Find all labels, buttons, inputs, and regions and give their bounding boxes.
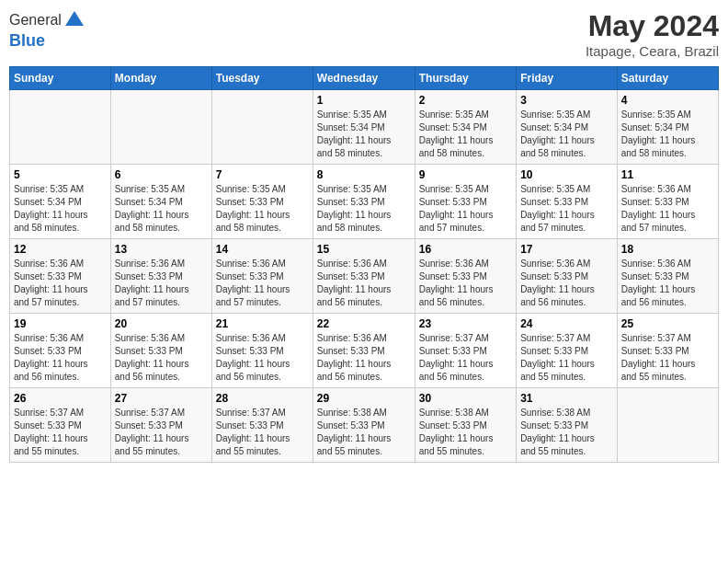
day-info: Sunrise: 5:35 AM Sunset: 5:34 PM Dayligh… [115,183,208,235]
month-title: May 2024 [586,9,719,43]
day-number: 7 [216,168,309,181]
day-info: Sunrise: 5:35 AM Sunset: 5:34 PM Dayligh… [621,109,714,160]
weekday-header: Sunday [10,67,111,90]
day-number: 14 [216,243,309,256]
weekday-header: Thursday [415,67,516,90]
day-info: Sunrise: 5:36 AM Sunset: 5:33 PM Dayligh… [520,258,613,309]
day-info: Sunrise: 5:35 AM Sunset: 5:33 PM Dayligh… [520,183,613,235]
calendar-cell: 18Sunrise: 5:36 AM Sunset: 5:33 PM Dayli… [617,239,718,314]
day-number: 4 [621,94,714,107]
day-number: 5 [14,168,107,181]
day-info: Sunrise: 5:36 AM Sunset: 5:33 PM Dayligh… [317,332,411,384]
calendar-cell: 16Sunrise: 5:36 AM Sunset: 5:33 PM Dayli… [415,239,516,314]
day-info: Sunrise: 5:37 AM Sunset: 5:33 PM Dayligh… [520,332,613,384]
weekday-header: Tuesday [211,67,313,90]
day-number: 19 [14,317,107,330]
day-info: Sunrise: 5:38 AM Sunset: 5:33 PM Dayligh… [520,407,613,458]
page-header: General Blue May 2024 Itapage, Ceara, Br… [9,9,719,59]
calendar-cell: 12Sunrise: 5:36 AM Sunset: 5:33 PM Dayli… [10,239,111,314]
calendar-cell: 13Sunrise: 5:36 AM Sunset: 5:33 PM Dayli… [110,239,211,314]
calendar-cell: 9Sunrise: 5:35 AM Sunset: 5:33 PM Daylig… [415,165,516,239]
day-number: 15 [317,243,411,256]
weekday-header: Monday [110,67,211,90]
calendar-cell: 23Sunrise: 5:37 AM Sunset: 5:33 PM Dayli… [415,314,516,388]
day-info: Sunrise: 5:36 AM Sunset: 5:33 PM Dayligh… [621,183,714,235]
calendar-cell: 2Sunrise: 5:35 AM Sunset: 5:34 PM Daylig… [415,90,516,165]
calendar-cell: 20Sunrise: 5:36 AM Sunset: 5:33 PM Dayli… [110,314,211,388]
day-info: Sunrise: 5:36 AM Sunset: 5:33 PM Dayligh… [14,258,107,309]
day-number: 2 [419,94,512,107]
calendar-cell: 14Sunrise: 5:36 AM Sunset: 5:33 PM Dayli… [211,239,313,314]
weekday-header: Saturday [617,67,718,90]
day-number: 12 [14,243,107,256]
day-number: 11 [621,168,714,181]
day-number: 28 [216,392,309,405]
day-info: Sunrise: 5:36 AM Sunset: 5:33 PM Dayligh… [216,332,309,384]
day-info: Sunrise: 5:35 AM Sunset: 5:33 PM Dayligh… [317,183,411,235]
day-info: Sunrise: 5:37 AM Sunset: 5:33 PM Dayligh… [14,407,107,458]
day-number: 31 [520,392,613,405]
calendar-cell: 4Sunrise: 5:35 AM Sunset: 5:34 PM Daylig… [617,90,718,165]
day-number: 22 [317,317,411,330]
day-number: 9 [419,168,512,181]
day-number: 10 [520,168,613,181]
day-number: 24 [520,317,613,330]
calendar-cell: 1Sunrise: 5:35 AM Sunset: 5:34 PM Daylig… [313,90,415,165]
day-info: Sunrise: 5:37 AM Sunset: 5:33 PM Dayligh… [115,407,208,458]
calendar-cell: 29Sunrise: 5:38 AM Sunset: 5:33 PM Dayli… [313,388,415,463]
calendar-cell: 22Sunrise: 5:36 AM Sunset: 5:33 PM Dayli… [313,314,415,388]
day-number: 6 [115,168,208,181]
day-info: Sunrise: 5:36 AM Sunset: 5:33 PM Dayligh… [115,258,208,309]
calendar-cell: 17Sunrise: 5:36 AM Sunset: 5:33 PM Dayli… [517,239,618,314]
calendar-cell: 19Sunrise: 5:36 AM Sunset: 5:33 PM Dayli… [10,314,111,388]
location: Itapage, Ceara, Brazil [586,43,719,59]
logo-general: General [9,12,62,29]
day-info: Sunrise: 5:35 AM Sunset: 5:34 PM Dayligh… [520,109,613,160]
day-info: Sunrise: 5:37 AM Sunset: 5:33 PM Dayligh… [216,407,309,458]
day-info: Sunrise: 5:35 AM Sunset: 5:34 PM Dayligh… [14,183,107,235]
logo-blue: Blue [9,31,85,51]
calendar-cell [10,90,111,165]
day-number: 26 [14,392,107,405]
day-number: 23 [419,317,512,330]
calendar-cell: 8Sunrise: 5:35 AM Sunset: 5:33 PM Daylig… [313,165,415,239]
calendar-cell: 3Sunrise: 5:35 AM Sunset: 5:34 PM Daylig… [517,90,618,165]
day-number: 1 [317,94,411,107]
day-info: Sunrise: 5:35 AM Sunset: 5:34 PM Dayligh… [317,109,411,160]
day-info: Sunrise: 5:37 AM Sunset: 5:33 PM Dayligh… [621,332,714,384]
day-number: 16 [419,243,512,256]
logo: General Blue [9,9,85,51]
day-info: Sunrise: 5:37 AM Sunset: 5:33 PM Dayligh… [419,332,512,384]
logo-icon [63,9,85,31]
day-info: Sunrise: 5:38 AM Sunset: 5:33 PM Dayligh… [419,407,512,458]
day-number: 21 [216,317,309,330]
calendar-cell: 27Sunrise: 5:37 AM Sunset: 5:33 PM Dayli… [110,388,211,463]
day-number: 18 [621,243,714,256]
calendar-cell: 25Sunrise: 5:37 AM Sunset: 5:33 PM Dayli… [617,314,718,388]
day-number: 17 [520,243,613,256]
svg-marker-0 [65,11,84,26]
day-number: 8 [317,168,411,181]
day-number: 13 [115,243,208,256]
day-number: 27 [115,392,208,405]
day-info: Sunrise: 5:36 AM Sunset: 5:33 PM Dayligh… [419,258,512,309]
calendar-cell [211,90,313,165]
day-info: Sunrise: 5:36 AM Sunset: 5:33 PM Dayligh… [621,258,714,309]
day-number: 25 [621,317,714,330]
calendar-cell: 5Sunrise: 5:35 AM Sunset: 5:34 PM Daylig… [10,165,111,239]
calendar-cell: 10Sunrise: 5:35 AM Sunset: 5:33 PM Dayli… [517,165,618,239]
calendar-cell: 11Sunrise: 5:36 AM Sunset: 5:33 PM Dayli… [617,165,718,239]
day-info: Sunrise: 5:36 AM Sunset: 5:33 PM Dayligh… [216,258,309,309]
day-number: 30 [419,392,512,405]
calendar-cell: 15Sunrise: 5:36 AM Sunset: 5:33 PM Dayli… [313,239,415,314]
weekday-header: Friday [517,67,618,90]
day-info: Sunrise: 5:36 AM Sunset: 5:33 PM Dayligh… [115,332,208,384]
calendar-cell: 28Sunrise: 5:37 AM Sunset: 5:33 PM Dayli… [211,388,313,463]
weekday-header: Wednesday [313,67,415,90]
calendar-cell [617,388,718,463]
day-info: Sunrise: 5:35 AM Sunset: 5:33 PM Dayligh… [216,183,309,235]
calendar-cell [110,90,211,165]
calendar-cell: 21Sunrise: 5:36 AM Sunset: 5:33 PM Dayli… [211,314,313,388]
calendar-cell: 26Sunrise: 5:37 AM Sunset: 5:33 PM Dayli… [10,388,111,463]
calendar-cell: 24Sunrise: 5:37 AM Sunset: 5:33 PM Dayli… [517,314,618,388]
